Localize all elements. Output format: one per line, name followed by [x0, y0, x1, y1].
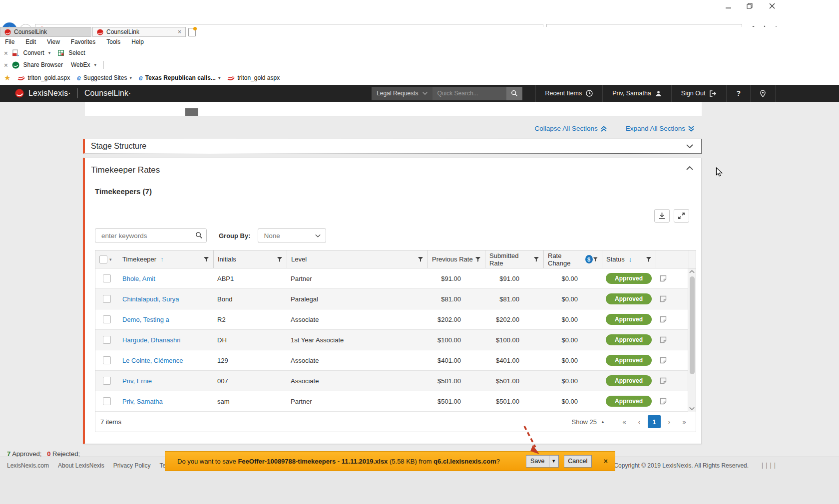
column-previous-rate[interactable]: Previous Rate	[427, 251, 485, 268]
page-size-select[interactable]: Show 25▲	[571, 418, 605, 426]
timekeeper-link[interactable]: Priv, Ernie	[122, 377, 152, 385]
menu-tools[interactable]: Tools	[106, 38, 120, 45]
select-all-checkbox[interactable]	[99, 255, 107, 263]
note-icon[interactable]	[660, 316, 667, 323]
stage-structure-section[interactable]: Stage Structure	[83, 139, 702, 154]
close-toolbar-icon[interactable]: ×	[4, 61, 8, 69]
scrollbar-thumb[interactable]	[690, 276, 695, 374]
table-scrollbar[interactable]	[688, 268, 696, 412]
webex-dropdown-icon[interactable]: ▾	[94, 62, 96, 67]
row-checkbox[interactable]	[103, 336, 111, 344]
menu-edit[interactable]: Edit	[25, 38, 36, 45]
tab-counsellink-1[interactable]: CounselLink	[0, 27, 91, 37]
convert-dropdown-icon[interactable]: ▾	[48, 50, 51, 55]
group-by-select[interactable]: None	[258, 228, 326, 243]
row-checkbox[interactable]	[103, 295, 111, 303]
location-button[interactable]	[750, 85, 775, 102]
chevron-down-icon[interactable]: ▾	[109, 257, 112, 262]
expand-all-link[interactable]: Expand All Sections	[626, 125, 694, 132]
note-icon[interactable]	[660, 275, 667, 282]
header-select-all[interactable]: ▾	[95, 251, 118, 268]
chevron-up-icon[interactable]	[686, 166, 693, 170]
scroll-down-icon[interactable]	[689, 407, 695, 410]
last-page-button[interactable]: »	[678, 415, 691, 428]
save-split-button[interactable]: Save ▼	[526, 455, 559, 468]
tab-close-icon[interactable]: ×	[178, 28, 181, 35]
sign-out-button[interactable]: Sign Out	[671, 85, 727, 102]
note-icon[interactable]	[660, 357, 667, 364]
menu-view[interactable]: View	[47, 38, 60, 45]
menu-help[interactable]: Help	[131, 38, 144, 45]
filter-icon[interactable]	[203, 256, 209, 262]
filter-icon[interactable]	[277, 256, 283, 262]
column-initials[interactable]: Initials	[213, 251, 287, 268]
help-button[interactable]: ?	[726, 85, 750, 102]
column-level[interactable]: Level	[287, 251, 427, 268]
select-button[interactable]: Select	[68, 49, 85, 56]
fullscreen-button[interactable]	[674, 209, 689, 223]
row-checkbox[interactable]	[103, 397, 111, 405]
chevron-down-icon[interactable]	[686, 144, 693, 148]
keyword-search-input[interactable]	[95, 228, 207, 243]
current-page-button[interactable]: 1	[648, 415, 661, 428]
quick-search-input[interactable]	[432, 87, 506, 100]
save-dropdown-icon[interactable]: ▼	[549, 455, 559, 468]
close-button[interactable]	[765, 1, 779, 10]
footer-link-about[interactable]: About LexisNexis	[58, 462, 104, 469]
note-icon[interactable]	[660, 398, 667, 405]
restore-button[interactable]	[743, 1, 757, 10]
sort-desc-icon[interactable]: ↓	[629, 255, 632, 263]
download-button[interactable]	[654, 209, 670, 223]
timekeeper-link[interactable]: Priv, Samatha	[122, 398, 163, 405]
row-checkbox[interactable]	[103, 274, 111, 282]
close-toolbar-icon[interactable]: ×	[4, 49, 8, 57]
filter-icon[interactable]	[646, 256, 652, 262]
note-icon[interactable]	[660, 336, 667, 343]
minimize-button[interactable]	[721, 1, 735, 10]
timekeeper-link[interactable]: Hargude, Dhanashri	[122, 336, 180, 344]
save-button[interactable]: Save	[526, 455, 549, 468]
menu-favorites[interactable]: Favorites	[71, 38, 95, 45]
row-checkbox[interactable]	[103, 377, 111, 385]
first-page-button[interactable]: «	[618, 415, 631, 428]
timekeeper-link[interactable]: Demo, Testing a	[122, 316, 169, 323]
row-checkbox[interactable]	[103, 315, 111, 323]
column-submitted-rate[interactable]: Submitted Rate	[485, 251, 543, 268]
add-favorite-icon[interactable]: ★	[4, 73, 10, 82]
favorite-suggested-sites[interactable]: e Suggested Sites ▾	[77, 74, 132, 82]
row-checkbox[interactable]	[103, 356, 111, 364]
note-icon[interactable]	[660, 295, 667, 302]
share-browser-button[interactable]: Share Browser	[23, 61, 63, 68]
filter-icon[interactable]	[533, 256, 539, 262]
timekeeper-link[interactable]: Chintalapudi, Surya	[122, 295, 179, 303]
dollar-badge-icon[interactable]: $	[585, 255, 593, 263]
prev-page-button[interactable]: ‹	[633, 415, 646, 428]
favorite-texas-republican[interactable]: e Texas Republican calls... ▾	[139, 74, 221, 82]
column-rate-change[interactable]: Rate Change$	[543, 251, 602, 268]
next-page-button[interactable]: ›	[663, 415, 676, 428]
menu-file[interactable]: File	[5, 38, 14, 45]
favorite-triton-gold-aspx-2[interactable]: triton_gold aspx	[227, 74, 280, 81]
column-timekeeper[interactable]: Timekeeper↑	[118, 251, 213, 268]
user-menu[interactable]: Priv, Samatha	[602, 85, 671, 102]
scroll-up-icon[interactable]	[689, 270, 695, 273]
tab-counsellink-2[interactable]: CounselLink ×	[92, 27, 186, 37]
filter-icon[interactable]	[475, 256, 481, 262]
webex-button[interactable]: WebEx	[71, 61, 90, 68]
recent-items-button[interactable]: Recent Items	[535, 85, 603, 102]
timekeeper-link[interactable]: Bhole, Amit	[122, 275, 155, 282]
note-icon[interactable]	[660, 377, 667, 384]
quick-search-button[interactable]	[506, 87, 522, 100]
sort-asc-icon[interactable]: ↑	[160, 255, 164, 263]
search-icon[interactable]	[195, 232, 203, 239]
timekeeper-link[interactable]: Le Cointe, Clémence	[122, 357, 183, 364]
favorite-triton-gold-aspx[interactable]: triton_gold.aspx	[17, 74, 70, 81]
convert-button[interactable]: Convert	[23, 49, 44, 56]
notification-close-icon[interactable]: ×	[604, 457, 608, 465]
column-status[interactable]: Status↓	[602, 251, 656, 268]
filter-icon[interactable]	[418, 256, 423, 262]
cancel-button[interactable]: Cancel	[564, 455, 592, 468]
legal-requests-dropdown[interactable]: Legal Requests	[372, 87, 432, 100]
footer-link-lexisnexis[interactable]: LexisNexis.com	[7, 462, 49, 469]
footer-link-privacy[interactable]: Privacy Policy	[113, 462, 151, 469]
